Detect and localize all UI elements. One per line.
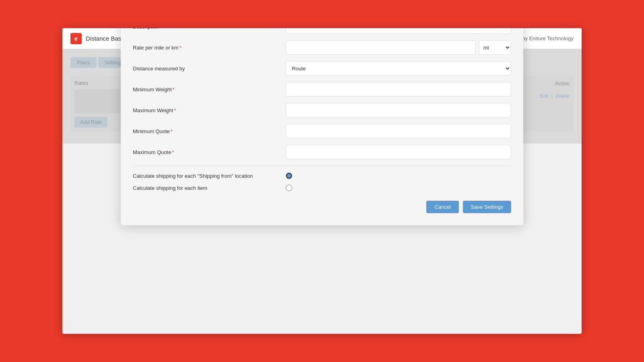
maximum-weight-label: Maximum Weight* — [133, 107, 286, 113]
minimum-weight-label: Minimum Weight* — [133, 86, 286, 93]
maximum-weight-row: Maximum Weight* — [133, 103, 511, 117]
app-content: Plans Settings Rates Rates Add Rate Acti… — [62, 49, 582, 144]
minimum-weight-input[interactable] — [286, 82, 511, 97]
rate-per-mile-label: Rate per mile or km* — [133, 45, 286, 51]
maximum-quote-label: Maximum Quote* — [133, 149, 286, 155]
maximum-quote-input[interactable] — [286, 145, 511, 159]
modal-footer: Cancel Save Settings — [133, 201, 511, 213]
distance-measured-select[interactable]: Route Straight Line — [286, 61, 511, 76]
rate-per-mile-row: Rate per mile or km* mi km — [133, 40, 511, 55]
minimum-quote-label: Minimum Quote* — [133, 128, 286, 134]
modal-overlay: Rate Display as Description Rate per mil… — [62, 49, 582, 144]
radio-each-item-row: Calculate shipping for each item — [133, 185, 511, 191]
minimum-quote-input[interactable] — [286, 124, 511, 138]
radio-shipping-from-row: Calculate shipping for each "Shipping fr… — [133, 173, 511, 179]
radio-each-item-input[interactable] — [286, 185, 292, 191]
app-window: e Distance Based Shipping Rates by Enitu… — [62, 28, 582, 334]
distance-measured-row: Distance measured by Route Straight Line — [133, 61, 511, 76]
radio-each-item-label: Calculate shipping for each item — [133, 185, 286, 191]
rate-modal: Rate Display as Description Rate per mil… — [121, 28, 523, 225]
rate-input-group: mi km — [286, 40, 511, 55]
description-label: Description — [133, 28, 286, 30]
app-powered-by: by Eniture Technology — [522, 35, 574, 41]
description-input[interactable] — [286, 28, 511, 34]
maximum-quote-row: Maximum Quote* — [133, 145, 511, 159]
unit-select[interactable]: mi km — [479, 40, 511, 55]
app-logo: e — [70, 33, 82, 44]
rate-per-mile-input[interactable] — [286, 40, 476, 55]
minimum-quote-row: Minimum Quote* — [133, 124, 511, 138]
divider — [133, 166, 511, 166]
minimum-weight-row: Minimum Weight* — [133, 82, 511, 97]
save-settings-button[interactable]: Save Settings — [463, 201, 511, 213]
distance-measured-label: Distance measured by — [133, 66, 286, 72]
maximum-weight-input[interactable] — [286, 103, 511, 117]
radio-shipping-from-label: Calculate shipping for each "Shipping fr… — [133, 173, 286, 179]
cancel-button[interactable]: Cancel — [426, 201, 458, 213]
radio-shipping-from-input[interactable] — [286, 173, 292, 179]
description-row: Description — [133, 28, 511, 34]
